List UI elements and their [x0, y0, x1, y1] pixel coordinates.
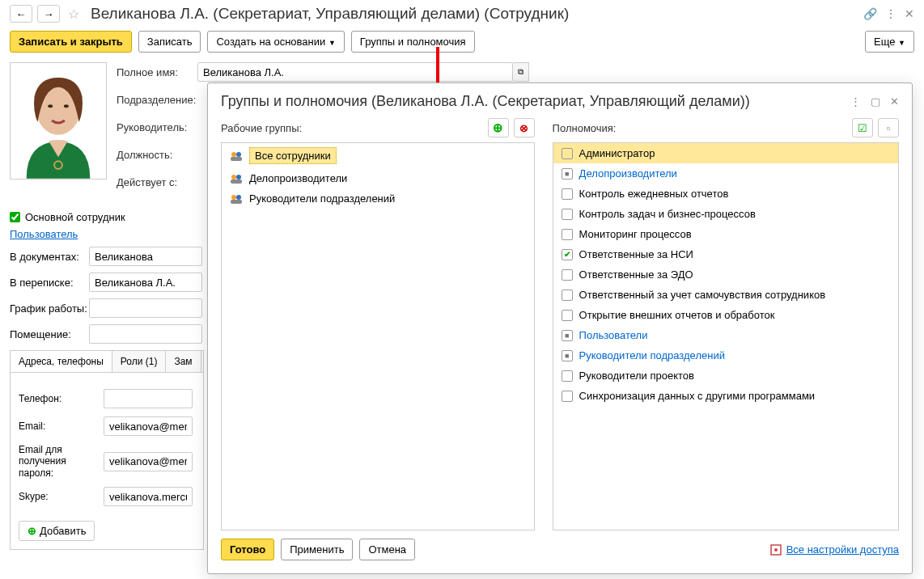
employee-photo [10, 62, 107, 180]
plus-circle-icon: ⊕ [493, 120, 503, 135]
nav-back-button[interactable]: ← [10, 5, 32, 23]
remove-group-button[interactable]: ⊗ [514, 118, 535, 137]
permission-row[interactable]: Администратор [553, 143, 898, 163]
permission-checkbox[interactable] [562, 209, 573, 220]
permission-label: Ответственные за ЭДО [579, 268, 693, 281]
done-button[interactable]: Готово [221, 539, 274, 560]
tab-substitutes[interactable]: Зам [166, 351, 201, 372]
in-documents-input[interactable] [89, 247, 202, 266]
uncheck-all-button[interactable]: ▫ [878, 118, 899, 137]
permission-checkbox[interactable] [562, 330, 573, 341]
add-button-label: Добавить [40, 525, 86, 537]
permission-checkbox[interactable] [562, 229, 573, 240]
permission-row[interactable]: Синхронизация данных с другими программа… [553, 386, 898, 406]
apply-button[interactable]: Применить [281, 539, 353, 560]
permission-checkbox[interactable] [562, 310, 573, 321]
svg-rect-15 [231, 200, 242, 204]
permission-row[interactable]: Ответственные за ЭДО [553, 264, 898, 285]
permission-row[interactable]: Руководители подразделений [553, 345, 898, 366]
permission-label: Руководители проектов [579, 370, 694, 382]
maximize-icon[interactable]: ▢ [871, 95, 880, 108]
add-group-button[interactable]: ⊕ [488, 118, 509, 137]
workgroup-label: Руководители подразделений [249, 192, 395, 205]
phone-input[interactable] [104, 389, 193, 408]
user-link[interactable]: Пользователь [10, 228, 78, 240]
permission-row[interactable]: Ответственный за учет самочувствия сотру… [553, 285, 898, 305]
permission-row[interactable]: Мониторинг процессов [553, 224, 898, 244]
skype-label: Skype: [19, 491, 104, 502]
permission-row[interactable]: Руководители проектов [553, 366, 898, 386]
workgroup-row[interactable]: Делопроизводители [222, 168, 534, 188]
svg-point-13 [231, 195, 236, 200]
tab-roles[interactable]: Роли (1) [112, 351, 167, 372]
permission-label: Контроль ежедневных отчетов [579, 188, 729, 200]
favorite-star-icon[interactable]: ☆ [65, 6, 83, 22]
contact-tabs: Адреса, телефоны Роли (1) Зам Телефон: E… [10, 350, 204, 550]
email-password-input[interactable] [104, 452, 193, 471]
permission-row[interactable]: Открытие внешних отчетов и обработок [553, 305, 898, 325]
permission-checkbox[interactable] [562, 188, 573, 200]
check-all-button[interactable]: ☑ [852, 118, 873, 137]
permission-label: Ответственный за учет самочувствия сотру… [579, 289, 826, 301]
groups-permissions-button[interactable]: Группы и полномочия [351, 31, 475, 53]
dialog-title: Группы и полномочия (Великанова Л.А. (Се… [221, 93, 750, 110]
in-correspondence-input[interactable] [89, 273, 202, 292]
link-icon[interactable]: 🔗 [863, 7, 877, 20]
permission-label: Делопроизводители [579, 167, 677, 180]
add-contact-button[interactable]: ⊕Добавить [19, 521, 95, 541]
permission-checkbox[interactable] [562, 370, 573, 382]
svg-point-8 [236, 152, 241, 157]
permission-label: Администратор [579, 147, 655, 159]
permission-checkbox[interactable] [562, 168, 573, 180]
permission-row[interactable]: Контроль задач и бизнес-процессов [553, 204, 898, 224]
permissions-list: АдминистраторДелопроизводителиКонтроль е… [553, 142, 899, 530]
email-label: Email: [19, 421, 104, 432]
main-employee-checkbox[interactable] [10, 212, 20, 222]
close-icon[interactable]: ✕ [905, 7, 914, 20]
permission-row[interactable]: Ответственные за НСИ [553, 244, 898, 264]
kebab-menu-icon[interactable]: ⋮ [850, 95, 861, 108]
svg-point-11 [236, 175, 241, 180]
skype-input[interactable] [104, 487, 193, 506]
workgroup-row[interactable]: Руководители подразделений [222, 188, 534, 209]
more-button[interactable]: Еще ▼ [865, 31, 914, 53]
room-input[interactable] [89, 324, 202, 344]
permission-label: Пользователи [579, 329, 648, 341]
group-icon [230, 193, 243, 205]
workgroup-row[interactable]: Все сотрудники [222, 143, 534, 168]
permission-row[interactable]: Делопроизводители [553, 163, 898, 184]
phone-label: Телефон: [19, 393, 104, 404]
permission-checkbox[interactable] [562, 148, 573, 159]
permission-label: Синхронизация данных с другими программа… [579, 390, 816, 402]
permission-checkbox[interactable] [562, 269, 573, 281]
save-button[interactable]: Записать [138, 31, 201, 53]
permission-label: Ответственные за НСИ [579, 248, 693, 260]
workgroup-label: Делопроизводители [249, 172, 347, 184]
permission-checkbox[interactable] [562, 290, 573, 301]
permission-row[interactable]: Пользователи [553, 325, 898, 345]
page-title: Великанова Л.А. (Секретариат, Управляющи… [91, 5, 569, 23]
permission-row[interactable]: Контроль ежедневных отчетов [553, 184, 898, 204]
permission-checkbox[interactable] [562, 249, 573, 260]
x-circle-icon: ⊗ [519, 122, 528, 134]
svg-rect-12 [231, 180, 242, 184]
schedule-input[interactable] [89, 298, 202, 318]
tab-addresses-phones[interactable]: Адреса, телефоны [11, 351, 112, 372]
all-access-settings-link[interactable]: Все настройки доступа [786, 543, 899, 556]
email-password-label: Email для получения пароля: [19, 444, 104, 479]
permission-checkbox[interactable] [562, 350, 573, 361]
settings-icon [770, 544, 782, 556]
email-input[interactable] [104, 416, 193, 436]
expand-icon[interactable]: ⧉ [513, 62, 529, 82]
full-name-input[interactable] [197, 62, 513, 82]
check-all-icon: ☑ [858, 122, 867, 134]
save-close-button[interactable]: Записать и закрыть [10, 31, 132, 53]
kebab-menu-icon[interactable]: ⋮ [885, 7, 896, 20]
nav-forward-button[interactable]: → [37, 5, 60, 23]
group-icon [230, 173, 243, 184]
plus-icon: ⊕ [28, 525, 36, 537]
create-based-button[interactable]: Создать на основании ▼ [207, 31, 344, 53]
cancel-button[interactable]: Отмена [359, 539, 415, 560]
permission-checkbox[interactable] [562, 391, 573, 402]
close-dialog-icon[interactable]: ✕ [890, 95, 899, 108]
